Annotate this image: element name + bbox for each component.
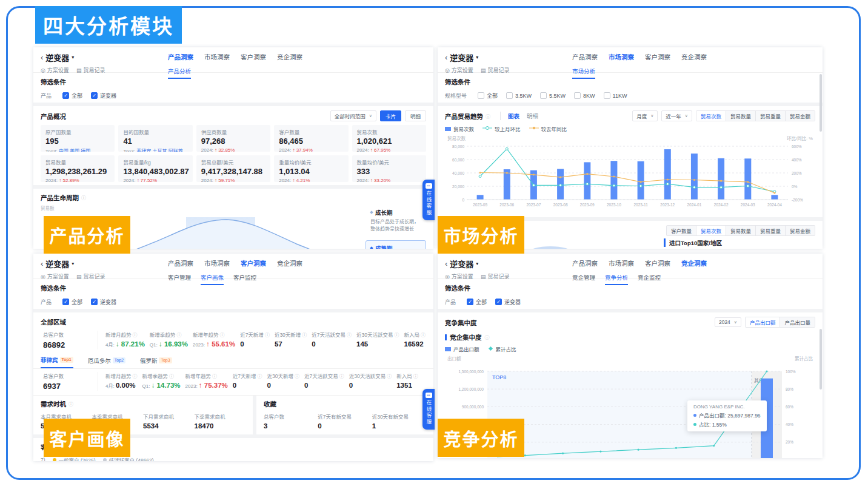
stat-value: 1,020,621: [357, 137, 421, 146]
country-tab[interactable]: 厄瓜多尔Top2: [88, 356, 125, 368]
metric-button[interactable]: 贸易数量: [726, 111, 755, 121]
lifecycle-stage[interactable]: 成长期目标产品处于成长期，整体趋势呈快速增长: [366, 204, 426, 237]
tab-item[interactable]: 客户洞察: [241, 258, 266, 269]
distribution-metric-button[interactable]: 贸易金额: [785, 226, 815, 235]
subtab-item[interactable]: 竞争分析: [605, 273, 628, 285]
subtab-item[interactable]: 市场分析: [572, 67, 595, 79]
filter-checkbox[interactable]: 8KW: [574, 92, 595, 99]
filter-checkbox[interactable]: ✓全部: [467, 298, 487, 306]
country-tab[interactable]: 俄罗斯Top3: [140, 356, 172, 368]
tab-item[interactable]: 市场洞察: [609, 258, 634, 269]
svg-text:2024-02: 2024-02: [714, 203, 729, 207]
subtab-item[interactable]: 产品分析: [168, 67, 191, 79]
back-button[interactable]: ‹: [41, 259, 43, 268]
subtab-item[interactable]: 客户画像: [201, 273, 224, 285]
chevron-down-icon[interactable]: ▾: [476, 261, 478, 266]
tab-item[interactable]: 产品洞察: [168, 52, 193, 62]
stat-trend-value: ↑ 55.61%: [206, 340, 235, 348]
view-button[interactable]: 明细: [405, 110, 426, 121]
year-select[interactable]: 2024∨: [715, 317, 741, 327]
stat-sub-prefix: 2024:: [357, 147, 370, 152]
plan-settings-button[interactable]: ◎方案设置: [445, 272, 473, 280]
metric-button[interactable]: 贸易重量: [755, 111, 785, 121]
plan-settings-button[interactable]: ◎方案设置: [41, 272, 69, 280]
back-button[interactable]: ‹: [445, 53, 447, 62]
stat-label: 近7天新增: [233, 372, 256, 379]
plan-settings-button[interactable]: ◎方案设置: [445, 66, 473, 74]
time-range-select[interactable]: 全部时间范围∨: [330, 110, 376, 121]
distribution-metric-button[interactable]: 贸易次数: [696, 226, 726, 235]
tab-item[interactable]: 客户洞察: [645, 52, 670, 62]
metric-button[interactable]: 贸易次数: [696, 111, 726, 121]
trade-records-button[interactable]: ▤贸易记录: [481, 66, 510, 74]
trade-records-button[interactable]: ▤贸易记录: [481, 272, 510, 280]
tab-item[interactable]: 客户洞察: [241, 52, 266, 62]
back-button[interactable]: ‹: [445, 259, 447, 268]
favorites-box: 收藏总客户数3近7天有新交易0近30天有新交易1: [253, 396, 433, 434]
country-tab[interactable]: 菲律宾Top1: [41, 356, 73, 368]
tab-item[interactable]: 产品洞察: [572, 52, 598, 62]
metric-button[interactable]: 贸易金额: [785, 111, 815, 121]
svg-text:2023-12: 2023-12: [660, 203, 675, 207]
filter-checkbox[interactable]: ✓逆变器: [91, 92, 116, 100]
tab-item[interactable]: 市场洞察: [609, 52, 634, 62]
product-overview-section: 产品概况全部时间范围∨卡片明细原产国数量195Top3: 中国 美国 德国目的国…: [33, 106, 433, 185]
stat-label: 近7天新增: [240, 331, 264, 338]
scrollbar-thumb[interactable]: [820, 329, 822, 390]
tooltip-title: DONG YANG E&P INC.: [693, 404, 761, 410]
legend-dot: [53, 458, 56, 461]
filter-checkbox[interactable]: 全部: [478, 92, 498, 100]
scrollbar-thumb[interactable]: [820, 74, 822, 132]
concentration-metric-button[interactable]: 产品出口额: [746, 317, 780, 327]
tab-item[interactable]: 市场洞察: [204, 52, 230, 62]
stat-label: 总客户数: [43, 372, 64, 379]
subtab-item[interactable]: 竞企管理: [572, 273, 595, 285]
scrollbar[interactable]: [820, 280, 822, 456]
tab-item[interactable]: 客户洞察: [645, 258, 670, 269]
filter-checkbox[interactable]: 5.5KW: [540, 92, 566, 99]
trade-records-button[interactable]: ▤贸易记录: [76, 272, 105, 280]
stat-value: 0: [233, 382, 262, 389]
subtab-item[interactable]: 客户管理: [168, 273, 191, 285]
distribution-metric-button[interactable]: 贸易重量: [755, 226, 785, 235]
tab-item[interactable]: 产品洞察: [168, 258, 193, 269]
tab-item[interactable]: 竞企洞察: [277, 52, 302, 62]
subtab-item[interactable]: 客户监控: [233, 273, 256, 285]
svg-text:0: 0: [462, 198, 464, 202]
trade-records-button[interactable]: ▤贸易记录: [76, 66, 105, 74]
lifecycle-stage[interactable]: 成熟期目标产品处于成熟期，整体趋势呈平稳增长: [366, 240, 426, 249]
distribution-metric-button[interactable]: 客户数量: [667, 226, 696, 235]
tab-item[interactable]: 竞企洞察: [681, 52, 707, 62]
customer-stats-country: 总客户数6937新增月趋势ⓘ4月: 0.00%新增季趋势ⓘQ1: ↓ 14.73…: [33, 369, 433, 395]
product-title: 逆变器: [45, 52, 69, 63]
tab-item[interactable]: 竞企洞察: [681, 258, 707, 269]
filter-checkbox[interactable]: ✓全部: [62, 92, 82, 100]
scrollbar[interactable]: [820, 74, 822, 246]
chevron-down-icon: ∨: [734, 320, 737, 325]
chevron-down-icon[interactable]: ▾: [476, 55, 478, 60]
distribution-metric-button[interactable]: 贸易数量: [726, 226, 755, 235]
filter-checkbox[interactable]: 3.5KW: [506, 92, 532, 99]
tab-item[interactable]: 市场洞察: [204, 258, 230, 269]
chevron-down-icon[interactable]: ▾: [72, 261, 74, 266]
plan-settings-button[interactable]: ◎方案设置: [41, 66, 69, 74]
chevron-down-icon[interactable]: ▾: [72, 55, 74, 60]
filter-checkbox[interactable]: ✓全部: [62, 298, 82, 306]
chart-view-tab[interactable]: 图表: [508, 112, 519, 120]
filter-checkbox[interactable]: ✓逆变器: [495, 298, 521, 306]
online-service-button[interactable]: •••在线客服: [422, 389, 435, 430]
back-button[interactable]: ‹: [41, 53, 43, 62]
stat-label: 近30天活跃交易: [356, 331, 393, 338]
range-select[interactable]: 近一年∨: [661, 110, 692, 121]
filter-checkbox[interactable]: 11KW: [604, 92, 627, 99]
subtab-item[interactable]: 竞企监控: [638, 273, 661, 285]
tab-item[interactable]: 竞企洞察: [277, 258, 302, 269]
online-service-button[interactable]: •••在线客服: [422, 180, 435, 220]
concentration-metric-button[interactable]: 产品出口量: [780, 317, 815, 327]
chart-view-tab[interactable]: 明细: [527, 112, 538, 120]
filter-checkbox[interactable]: ✓逆变器: [91, 298, 116, 306]
view-button[interactable]: 卡片: [380, 110, 401, 121]
period-select[interactable]: 月度∨: [632, 110, 658, 121]
tab-item[interactable]: 产品洞察: [572, 258, 598, 269]
stat-value: 97,268: [201, 137, 265, 146]
